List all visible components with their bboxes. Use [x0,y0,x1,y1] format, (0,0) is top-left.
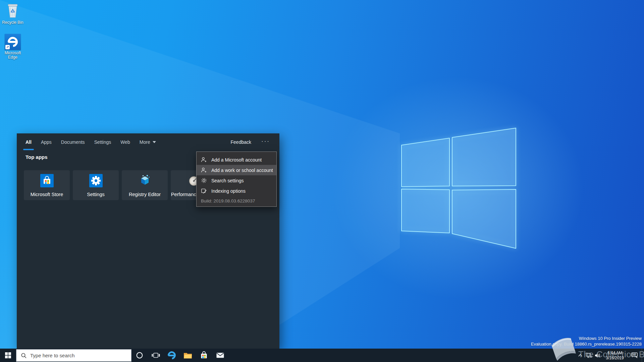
tab-web[interactable]: Web [120,133,130,151]
add-person-icon [201,167,207,173]
store-app-icon [40,174,54,187]
desktop-icon-recycle-bin[interactable]: Recycle Bin [0,2,25,25]
shortcut-arrow-icon: ↗ [5,45,10,49]
tray-date: 3/16/2019 [602,356,628,361]
more-options-button[interactable]: ··· [261,138,270,145]
taskbar: 6:44 AM 3/16/2019 [0,349,644,362]
menu-item-search-settings[interactable]: Search settings [197,175,276,186]
show-desktop-button[interactable] [642,349,644,362]
settings-gear-icon [89,174,103,187]
build-version-text: Build: 2019.08.03.6228037 [201,198,276,203]
menu-item-add-work-school-account[interactable]: Add a work or school account [197,165,276,175]
search-icon [21,353,27,359]
eval-line-1: Windows 10 Pro Insider Preview [531,336,642,341]
desktop-icon-label: Microsoft Edge [1,51,24,60]
desktop-icon-microsoft-edge[interactable]: ↗ Microsoft Edge [0,34,25,60]
gear-icon [201,178,207,183]
edge-icon [168,351,176,359]
tab-more[interactable]: More [140,133,156,151]
windows-start-icon [5,352,11,358]
registry-editor-icon [138,174,152,187]
task-view-icon [152,353,160,358]
mail-button[interactable] [212,349,228,362]
store-icon [200,351,208,359]
search-tabs: All Apps Documents Settings Web More Fee… [17,133,279,151]
chevron-down-icon [153,141,156,143]
volume-icon [595,353,601,358]
windows-logo-wallpaper [399,127,517,249]
indexing-options-icon [201,188,207,194]
desktop-icon-label: Recycle Bin [0,20,25,25]
network-icon [586,353,592,358]
tab-all[interactable]: All [25,133,32,151]
screen: Recycle Bin ↗ Microsoft Edge Windows 10 … [0,0,644,362]
taskbar-search-box[interactable] [16,349,131,362]
mail-icon [216,353,224,358]
eval-line-2: Evaluation copy. Build 18860.rs_prerelea… [531,341,642,347]
edge-taskbar-button[interactable] [164,349,180,362]
menu-item-indexing-options[interactable]: Indexing options [197,186,276,196]
store-taskbar-button[interactable] [196,349,212,362]
tab-settings[interactable]: Settings [94,133,111,151]
top-apps-grid: Microsoft Store Settings [24,170,217,200]
task-view-button[interactable] [148,349,164,362]
edge-icon: ↗ [5,34,21,50]
recycle-bin-icon [7,2,18,18]
app-tile-settings[interactable]: Settings [73,170,119,200]
search-input[interactable] [30,353,121,358]
tray-clock[interactable]: 6:44 AM 3/16/2019 [602,350,628,361]
network-tray-button[interactable] [585,349,593,362]
top-apps-heading: Top apps [25,154,48,160]
file-explorer-icon [183,352,192,359]
app-tile-registry-editor[interactable]: Registry Editor [122,170,168,200]
tab-apps[interactable]: Apps [41,133,52,151]
evaluation-watermark: Windows 10 Pro Insider Preview Evaluatio… [531,336,642,347]
app-tile-microsoft-store[interactable]: Microsoft Store [24,170,70,200]
add-person-icon [201,157,207,163]
chevron-up-icon [578,354,583,357]
volume-tray-button[interactable] [593,349,602,362]
action-center-icon [631,352,638,358]
app-tile-label: Registry Editor [122,192,168,197]
file-explorer-button[interactable] [180,349,196,362]
tray-time: 6:44 AM [602,351,628,356]
search-options-context-menu: Add a Microsoft account Add a work or sc… [196,152,277,207]
app-tile-label: Settings [73,192,119,197]
app-tile-label: Microsoft Store [24,192,70,197]
cortana-icon [136,352,143,359]
tab-documents[interactable]: Documents [61,133,85,151]
start-button[interactable] [0,349,16,362]
feedback-link[interactable]: Feedback [231,139,251,145]
action-center-button[interactable] [628,349,642,362]
cortana-button[interactable] [131,349,148,362]
menu-item-add-microsoft-account[interactable]: Add a Microsoft account [197,155,276,165]
hidden-icons-button[interactable] [576,349,585,362]
